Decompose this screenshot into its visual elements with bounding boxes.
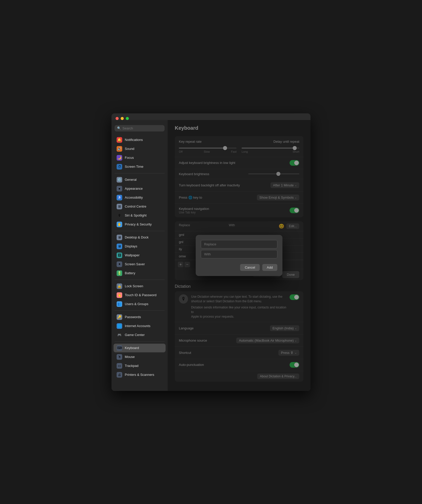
general-icon: ⚙️ (117, 177, 122, 183)
sidebar-separator-5 (115, 341, 165, 342)
sidebar-item-keyboard[interactable]: ⌨ Keyboard (114, 344, 166, 352)
internet-accounts-icon: 🌐 (117, 323, 122, 329)
sidebar-item-label: Printers & Scanners (125, 373, 154, 377)
sidebar-group-5: 🔑 Passwords 🌐 Internet Accounts 🎮 Game C… (111, 313, 168, 339)
close-button[interactable] (116, 117, 119, 120)
sidebar-item-label: Battery (125, 271, 135, 275)
minimize-button[interactable] (121, 117, 124, 120)
appearance-icon: ● (117, 186, 122, 191)
traffic-lights (116, 117, 129, 120)
trackpad-icon: ▭ (117, 363, 122, 369)
keyboard-icon: ⌨ (117, 345, 122, 351)
sidebar-item-screen-time[interactable]: ⏱ Screen Time (114, 162, 166, 171)
screen-saver-icon: ✦ (117, 261, 122, 267)
battery-icon: 🔋 (117, 270, 122, 276)
sidebar-item-general[interactable]: ⚙️ General (114, 175, 166, 184)
modal-input-group (201, 240, 277, 260)
sidebar-item-label: Screen Time (125, 165, 143, 169)
sidebar-item-label: Desktop & Dock (125, 235, 148, 239)
sidebar-item-label: Appearance (125, 187, 143, 190)
right-panel: Keyboard Key repeat rate Delay until rep… (168, 120, 311, 391)
sidebar-item-label: Trackpad (125, 364, 139, 368)
desktop-dock-icon: 🖥 (117, 235, 122, 240)
sidebar-item-notifications[interactable]: 🔔 Notifications (114, 136, 166, 144)
title-bar (111, 113, 311, 120)
sidebar-item-mouse[interactable]: 🖱 Mouse (114, 353, 166, 361)
sidebar-item-displays[interactable]: 🖥 Displays (114, 242, 166, 251)
sidebar-item-label: Users & Groups (125, 302, 148, 306)
touch-id-icon: 👆 (117, 292, 122, 298)
sidebar-item-label: Game Center (125, 333, 145, 337)
sidebar-item-battery[interactable]: 🔋 Battery (114, 269, 166, 278)
modal-add-button[interactable]: Add (262, 264, 277, 271)
sidebar-separator-3 (115, 280, 165, 280)
sidebar-item-label: Keyboard (125, 346, 139, 350)
sound-icon: 🔊 (117, 146, 122, 152)
sidebar-item-label: Focus (125, 156, 134, 160)
sidebar-item-printers-scanners[interactable]: 🖨 Printers & Scanners (114, 370, 166, 379)
maximize-button[interactable] (126, 117, 129, 120)
accessibility-icon: ♿ (117, 195, 122, 200)
sidebar-item-wallpaper[interactable]: 🖼 Wallpaper (114, 251, 166, 260)
passwords-icon: 🔑 (117, 314, 122, 320)
siri-icon: 🎙 (117, 213, 122, 218)
sidebar-item-label: Screen Saver (125, 262, 145, 266)
sidebar-item-label: Touch ID & Password (125, 293, 156, 297)
sidebar: 🔍 🔔 Notifications 🔊 Sound 🌙 Focus ⏱ (111, 120, 168, 391)
sidebar-item-privacy-security[interactable]: ✋ Privacy & Security (114, 220, 166, 229)
modal-cancel-button[interactable]: Cancel (240, 264, 259, 271)
modal-overlay: Cancel Add (168, 120, 311, 391)
sidebar-group-2: ⚙️ General ● Appearance ♿ Accessibility … (111, 175, 168, 229)
privacy-icon: ✋ (117, 222, 122, 227)
sidebar-group-6: ⌨ Keyboard 🖱 Mouse ▭ Trackpad 🖨 Printers… (111, 344, 168, 379)
sidebar-item-label: Sound (125, 147, 134, 151)
sidebar-item-appearance[interactable]: ● Appearance (114, 184, 166, 193)
sidebar-separator-4 (115, 310, 165, 311)
sidebar-item-passwords[interactable]: 🔑 Passwords (114, 313, 166, 321)
printers-scanners-icon: 🖨 (117, 372, 122, 378)
sidebar-item-game-center[interactable]: 🎮 Game Center (114, 331, 166, 339)
search-bar[interactable]: 🔍 (115, 125, 165, 131)
sidebar-item-screen-saver[interactable]: ✦ Screen Saver (114, 260, 166, 269)
modal-dialog: Cancel Add (196, 235, 282, 276)
focus-icon: 🌙 (117, 155, 122, 161)
game-center-icon: 🎮 (117, 332, 122, 338)
modal-replace-input[interactable] (201, 240, 277, 248)
sidebar-group-4: 🔒 Lock Screen 👆 Touch ID & Password 👥 Us… (111, 282, 168, 308)
sidebar-item-label: Mouse (125, 355, 135, 359)
sidebar-group-1: 🔔 Notifications 🔊 Sound 🌙 Focus ⏱ Screen… (111, 136, 168, 171)
sidebar-item-internet-accounts[interactable]: 🌐 Internet Accounts (114, 322, 166, 330)
sidebar-item-desktop-dock[interactable]: 🖥 Desktop & Dock (114, 233, 166, 242)
search-icon: 🔍 (117, 126, 121, 130)
lock-screen-icon: 🔒 (117, 283, 122, 289)
sidebar-item-accessibility[interactable]: ♿ Accessibility (114, 193, 166, 202)
notifications-icon: 🔔 (117, 137, 122, 143)
sidebar-item-label: Siri & Spotlight (125, 213, 146, 217)
sidebar-group-3: 🖥 Desktop & Dock 🖥 Displays 🖼 Wallpaper … (111, 233, 168, 278)
sidebar-item-label: Displays (125, 244, 137, 248)
screen-time-icon: ⏱ (117, 164, 122, 170)
main-window: 🔍 🔔 Notifications 🔊 Sound 🌙 Focus ⏱ (111, 113, 311, 391)
sidebar-item-label: Control Centre (125, 205, 146, 208)
sidebar-item-trackpad[interactable]: ▭ Trackpad (114, 362, 166, 370)
sidebar-item-users-groups[interactable]: 👥 Users & Groups (114, 300, 166, 308)
sidebar-item-siri-spotlight[interactable]: 🎙 Siri & Spotlight (114, 211, 166, 220)
search-input[interactable] (122, 126, 162, 130)
sidebar-item-touch-id-password[interactable]: 👆 Touch ID & Password (114, 291, 166, 299)
displays-icon: 🖥 (117, 244, 122, 249)
sidebar-item-label: Wallpaper (125, 253, 140, 257)
sidebar-item-label: Internet Accounts (125, 324, 150, 328)
sidebar-item-control-centre[interactable]: ⊞ Control Centre (114, 202, 166, 211)
sidebar-item-sound[interactable]: 🔊 Sound (114, 145, 166, 153)
wallpaper-icon: 🖼 (117, 253, 122, 258)
sidebar-item-label: Lock Screen (125, 284, 143, 288)
sidebar-item-label: Accessibility (125, 196, 143, 199)
sidebar-item-focus[interactable]: 🌙 Focus (114, 153, 166, 162)
main-content: 🔍 🔔 Notifications 🔊 Sound 🌙 Focus ⏱ (111, 120, 311, 391)
users-groups-icon: 👥 (117, 301, 122, 307)
sidebar-separator-1 (115, 173, 165, 173)
sidebar-item-lock-screen[interactable]: 🔒 Lock Screen (114, 282, 166, 291)
modal-with-input[interactable] (201, 250, 277, 258)
sidebar-item-label: Passwords (125, 315, 141, 319)
sidebar-separator-2 (115, 231, 165, 231)
